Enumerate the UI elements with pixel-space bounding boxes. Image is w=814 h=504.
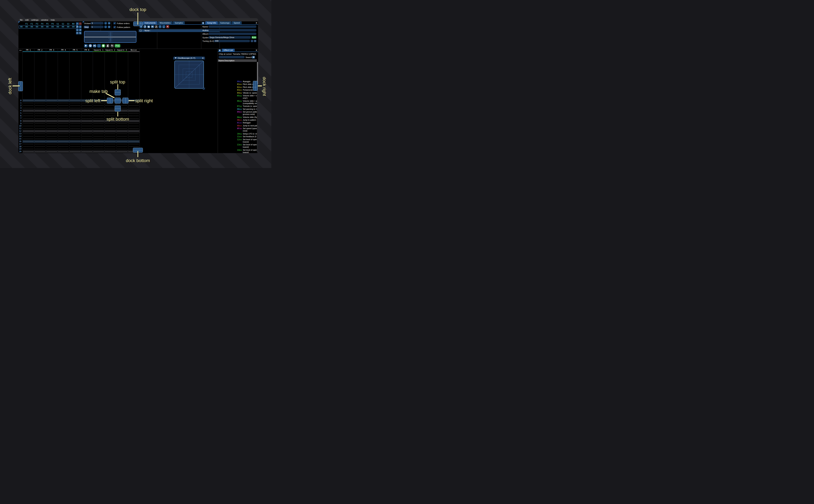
- order-down-double-icon[interactable]: ∊̷: [79, 29, 82, 31]
- tuning-plus-button[interactable]: +: [254, 40, 256, 42]
- pattern-row[interactable]: [22, 112, 139, 115]
- channel-header[interactable]: FM 2: [34, 49, 46, 52]
- effect-row[interactable]: 04xy Vibrato (x: speed; y: depth): [236, 92, 258, 94]
- orders-cell[interactable]: 00: [34, 26, 40, 28]
- play-pattern-button[interactable]: [88, 44, 92, 48]
- oscilloscope-xy-titlebar[interactable]: Oscilloscope (X-Y) ✕: [173, 57, 205, 60]
- step-minus-button[interactable]: -: [104, 26, 107, 28]
- order-down-icon[interactable]: ∨: [76, 29, 79, 31]
- channel-header[interactable]: FM 6: [81, 49, 93, 52]
- pattern-row[interactable]: [22, 135, 139, 138]
- menu-item[interactable]: settings: [31, 19, 39, 21]
- effect-table-header[interactable]: Name Description: [218, 59, 257, 62]
- instrument-move-down-icon[interactable]: ↓: [162, 25, 165, 28]
- record-button[interactable]: [102, 44, 105, 48]
- effect-row[interactable]: 05xy Volume slide + vibrato (compatibili…: [236, 94, 258, 100]
- tab-song-info[interactable]: Song Info: [205, 21, 218, 25]
- dock-right-target[interactable]: [253, 81, 258, 91]
- pattern-row[interactable]: [22, 140, 139, 143]
- octave-minus-button[interactable]: -: [104, 22, 107, 25]
- name-input[interactable]: [208, 25, 256, 28]
- tab-effect-list[interactable]: Effect List: [222, 49, 235, 52]
- pattern-row[interactable]: [22, 125, 139, 127]
- step-label[interactable]: Step: [84, 26, 89, 28]
- tab-samples[interactable]: Samples: [173, 21, 185, 25]
- effect-row[interactable]: 10xy Setup LFO (x: enable; y: speed): [236, 132, 258, 135]
- order-pointer-icon[interactable]: [79, 32, 82, 34]
- channel-header[interactable]: FM 1: [22, 49, 34, 52]
- close-icon[interactable]: ✕: [255, 22, 257, 24]
- pattern-row[interactable]: [22, 109, 139, 112]
- close-icon[interactable]: ✕: [202, 57, 204, 59]
- poly-button[interactable]: Poly: [115, 44, 120, 48]
- orders-cell[interactable]: 00: [55, 26, 60, 28]
- author-input[interactable]: [208, 29, 256, 32]
- pattern-row[interactable]: [22, 107, 139, 109]
- pattern-row[interactable]: [22, 130, 139, 132]
- orders-row[interactable]: 0000000000000000000000: [19, 26, 76, 28]
- play-to-cursor-button[interactable]: [93, 44, 97, 48]
- effect-row[interactable]: 0Bxx Jump to pattern: [236, 119, 258, 121]
- channel-header[interactable]: Square 3: [116, 49, 128, 52]
- effect-row[interactable]: 07xy Tremolo (x: speed; y: depth): [236, 105, 258, 108]
- tuning-minus-button[interactable]: -: [251, 40, 253, 42]
- play-button[interactable]: [84, 44, 88, 48]
- step-plus-button[interactable]: +: [108, 26, 110, 28]
- menu-item[interactable]: edit: [25, 19, 29, 21]
- menu-item[interactable]: window: [41, 19, 48, 21]
- channel-header[interactable]: Noise: [128, 49, 140, 52]
- oscilloscope-xy-window[interactable]: Oscilloscope (X-Y) ✕: [173, 57, 205, 90]
- effect-row[interactable]: 09xx Set groove pattern (speed 1 if no g…: [236, 111, 258, 116]
- split-right-target[interactable]: [122, 98, 128, 104]
- orders-cell[interactable]: 00: [29, 26, 34, 28]
- orders-cell[interactable]: 00: [19, 26, 24, 28]
- channel-header[interactable]: Square 2: [104, 49, 116, 52]
- octave-plus-button[interactable]: +: [108, 22, 110, 25]
- tab-instruments[interactable]: Instruments: [143, 21, 157, 25]
- tab-speed[interactable]: Speed: [232, 21, 241, 25]
- instrument-save-icon[interactable]: [151, 25, 154, 28]
- orders-cell[interactable]: 00: [45, 26, 50, 28]
- collapse-panel-icon[interactable]: [218, 49, 221, 52]
- effect-row[interactable]: 08xy Set panning (x: left; y: right): [236, 108, 258, 111]
- pattern-row[interactable]: [22, 122, 139, 125]
- tab-wavetables[interactable]: Wavetables: [158, 21, 172, 25]
- order-remove-button[interactable]: −: [79, 22, 82, 25]
- effect-row[interactable]: 06xy Volume slide + portamento (compatib…: [236, 100, 258, 105]
- instrument-tree-icon[interactable]: [155, 25, 158, 28]
- description-column-header[interactable]: Description: [224, 60, 234, 62]
- instrument-duplicate-icon[interactable]: [143, 25, 146, 28]
- pattern-row[interactable]: [22, 150, 139, 153]
- step-input[interactable]: 1: [90, 26, 104, 28]
- effect-row[interactable]: 0Dxx Jump to next pattern: [236, 124, 258, 127]
- split-left-target[interactable]: [107, 98, 113, 104]
- menu-item[interactable]: help: [51, 19, 55, 21]
- orders-cell[interactable]: 00: [40, 26, 45, 28]
- instrument-move-up-icon[interactable]: ↑: [158, 25, 162, 28]
- metronome-button[interactable]: [106, 44, 110, 48]
- pattern-expand-button[interactable]: ++: [18, 49, 22, 52]
- pattern-row[interactable]: [22, 148, 139, 150]
- pattern-row[interactable]: [22, 127, 139, 130]
- pattern-row[interactable]: [22, 143, 139, 145]
- orders-cell[interactable]: 00: [71, 26, 76, 28]
- split-top-target[interactable]: [115, 89, 121, 95]
- effect-row[interactable]: 13xx Set level of operator 2 (0 highest,…: [236, 143, 258, 149]
- effect-row[interactable]: 0Cxx Retrigger: [236, 121, 258, 124]
- effect-list-menu-icon[interactable]: [252, 56, 255, 59]
- album-input[interactable]: [208, 33, 256, 35]
- close-icon[interactable]: ✕: [255, 49, 257, 51]
- octave-input[interactable]: 3: [90, 22, 104, 25]
- collapse-icon[interactable]: [175, 57, 177, 59]
- order-up-icon[interactable]: ∧: [79, 25, 82, 28]
- order-shuffle-icon[interactable]: [76, 32, 79, 34]
- orders-cell[interactable]: 00: [60, 26, 66, 28]
- channel-header[interactable]: FM 5: [69, 49, 81, 52]
- instrument-open-icon[interactable]: [147, 25, 150, 28]
- pattern-row[interactable]: [22, 102, 139, 104]
- channel-header[interactable]: FM 3: [46, 49, 58, 52]
- make-tab-target[interactable]: [115, 98, 121, 104]
- follow-pattern-checkbox[interactable]: ✓: [113, 26, 116, 28]
- menu-item[interactable]: file: [20, 19, 23, 21]
- effect-search-input[interactable]: [219, 56, 245, 58]
